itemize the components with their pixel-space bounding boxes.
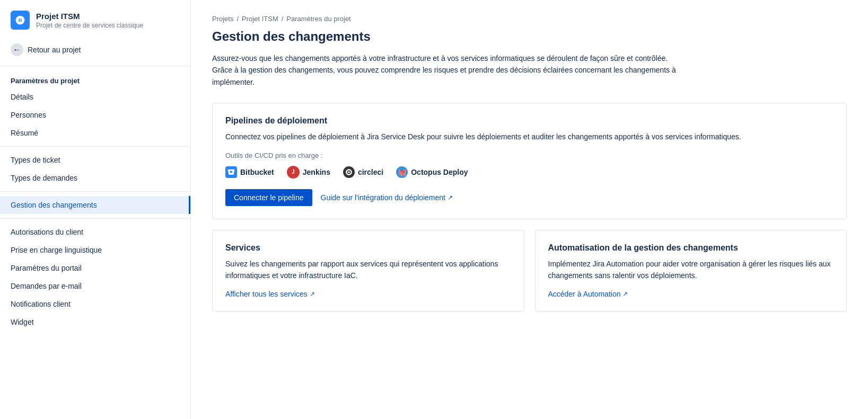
pipelines-card-description: Connectez vos pipelines de déploiement à…	[225, 131, 834, 142]
sidebar-item-widget[interactable]: Widget	[0, 313, 190, 331]
breadcrumb-sep-1: /	[236, 15, 239, 23]
tools-label: Outils de CI/CD pris en charge :	[225, 151, 834, 159]
page-description: Assurez-vous que les changements apporté…	[212, 52, 689, 88]
main-content: Projets / Projet ITSM / Paramètres du pr…	[191, 0, 868, 419]
sidebar-item-parametres-portail[interactable]: Paramètres du portail	[0, 259, 190, 277]
automation-card-description: Implémentez Jira Automation pour aider v…	[548, 258, 834, 282]
automation-card: Automatisation de la gestion des changem…	[535, 230, 847, 312]
sidebar-section-title: Paramètres du projet	[0, 70, 190, 88]
access-automation-link-label: Accéder à Automation	[548, 290, 621, 298]
breadcrumb: Projets / Projet ITSM / Paramètres du pr…	[212, 15, 847, 23]
breadcrumb-sep-2: /	[282, 15, 284, 23]
project-name: Projet ITSM	[36, 12, 143, 21]
services-external-icon: ↗	[310, 290, 315, 298]
sidebar-item-personnes[interactable]: Personnes	[0, 106, 190, 124]
sidebar-item-types-demandes[interactable]: Types de demandes	[0, 169, 190, 187]
sidebar-item-resume[interactable]: Résumé	[0, 124, 190, 142]
project-subtitle: Projet de centre de services classique	[36, 22, 143, 29]
services-card-description: Suivez les changements par rapport aux s…	[225, 258, 511, 282]
sidebar-header: Projet ITSM Projet de centre de services…	[0, 0, 190, 38]
bitbucket-label: Bitbucket	[240, 168, 274, 176]
back-icon: ←	[11, 43, 23, 56]
bottom-cards: Services Suivez les changements par rapp…	[212, 230, 847, 323]
external-link-icon: ↗	[448, 194, 453, 201]
guide-link[interactable]: Guide sur l'intégration du déploiement ↗	[321, 193, 453, 202]
sidebar-item-gestion-changements[interactable]: Gestion des changements	[0, 196, 190, 214]
circleci-icon	[343, 166, 355, 178]
tool-octopus: 🐙 Octopus Deploy	[396, 166, 468, 178]
back-button-label: Retour au projet	[28, 46, 81, 54]
project-logo	[11, 11, 30, 30]
sidebar-item-notifications-client[interactable]: Notifications client	[0, 295, 190, 313]
bitbucket-icon	[225, 166, 237, 178]
page-title: Gestion des changements	[212, 29, 847, 44]
tool-jenkins: J Jenkins	[287, 166, 330, 179]
tool-bitbucket: Bitbucket	[225, 166, 274, 178]
view-services-link-label: Afficher tous les services	[225, 290, 308, 298]
breadcrumb-projet-itsm[interactable]: Projet ITSM	[242, 15, 278, 23]
divider-4	[0, 218, 190, 219]
automation-card-title: Automatisation de la gestion des changem…	[548, 243, 834, 253]
jenkins-icon: J	[287, 166, 300, 179]
sidebar-item-prise-en-charge-linguistique[interactable]: Prise en charge linguistique	[0, 241, 190, 259]
guide-link-label: Guide sur l'intégration du déploiement	[321, 193, 445, 202]
tool-circleci: circleci	[343, 166, 383, 178]
circleci-label: circleci	[358, 168, 383, 176]
sidebar-item-details[interactable]: Détails	[0, 88, 190, 106]
pipelines-card-actions: Connecter le pipeline Guide sur l'intégr…	[225, 189, 834, 206]
services-card-title: Services	[225, 243, 511, 253]
sidebar: Projet ITSM Projet de centre de services…	[0, 0, 191, 419]
view-services-link[interactable]: Afficher tous les services ↗	[225, 290, 511, 298]
jenkins-label: Jenkins	[303, 168, 330, 176]
svg-point-0	[348, 171, 350, 173]
automation-external-icon: ↗	[622, 290, 628, 298]
breadcrumb-current: Paramètres du projet	[286, 15, 350, 23]
octopus-label: Octopus Deploy	[411, 168, 468, 176]
divider-1	[0, 66, 190, 66]
sidebar-item-autorisations-client[interactable]: Autorisations du client	[0, 223, 190, 241]
sidebar-item-demandes-email[interactable]: Demandes par e-mail	[0, 277, 190, 295]
pipelines-card: Pipelines de déploiement Connectez vos p…	[212, 103, 847, 219]
breadcrumb-projets[interactable]: Projets	[212, 15, 233, 23]
divider-2	[0, 146, 190, 147]
services-card: Services Suivez les changements par rapp…	[212, 230, 524, 312]
octopus-icon: 🐙	[396, 166, 408, 178]
back-button[interactable]: ← Retour au projet	[0, 38, 190, 61]
connect-pipeline-button[interactable]: Connecter le pipeline	[225, 189, 312, 206]
sidebar-item-types-ticket[interactable]: Types de ticket	[0, 151, 190, 169]
ci-tools-list: Bitbucket J Jenkins circleci	[225, 166, 834, 179]
pipelines-card-title: Pipelines de déploiement	[225, 116, 834, 126]
access-automation-link[interactable]: Accéder à Automation ↗	[548, 290, 834, 298]
divider-3	[0, 191, 190, 192]
